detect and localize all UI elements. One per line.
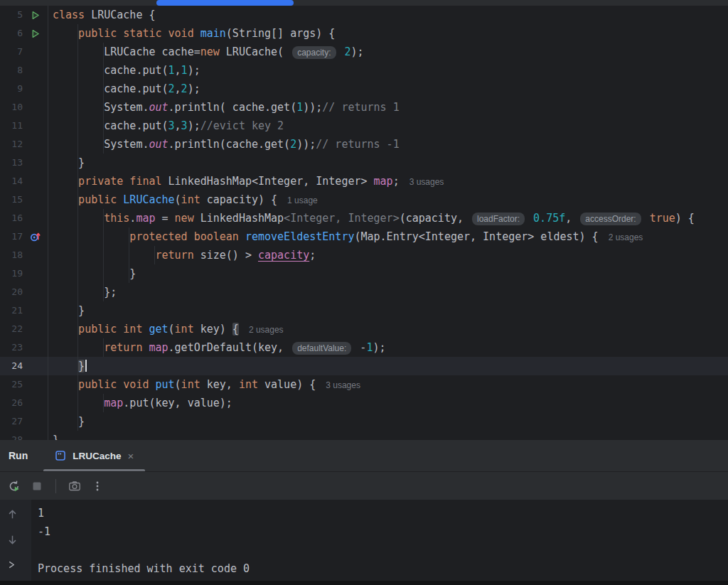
run-tab-lrucache[interactable]: LRUCache × bbox=[43, 440, 145, 471]
run-tab-icon bbox=[53, 449, 68, 463]
line-number: 26 bbox=[0, 394, 23, 412]
code-token: LRUCache( bbox=[220, 45, 290, 58]
gutter-icon-slot bbox=[23, 394, 48, 412]
code-line[interactable]: 23return map.getOrDefault(key, defaultVa… bbox=[0, 338, 728, 357]
down-arrow-icon[interactable] bbox=[6, 534, 18, 549]
code-content[interactable]: return size() > capacity; bbox=[48, 246, 316, 264]
toolbar-separator bbox=[55, 479, 56, 493]
rerun-icon[interactable] bbox=[7, 479, 21, 493]
gutter: 21 bbox=[0, 301, 48, 320]
stop-icon[interactable] bbox=[30, 479, 44, 493]
code-content[interactable]: map.put(key, value); bbox=[48, 394, 232, 412]
code-line[interactable]: 21} bbox=[0, 301, 728, 320]
code-content[interactable]: } bbox=[48, 431, 59, 440]
line-number: 21 bbox=[0, 301, 23, 320]
indent-guides bbox=[53, 264, 129, 283]
inlay-hint[interactable]: accessOrder: bbox=[580, 213, 641, 225]
gutter: 23 bbox=[0, 338, 48, 357]
code-line[interactable]: 6public static void main(String[] args) … bbox=[0, 24, 728, 43]
code-line[interactable]: 18return size() > capacity; bbox=[0, 246, 728, 264]
up-arrow-icon[interactable] bbox=[6, 508, 18, 523]
code-line[interactable]: 11cache.put(3,3);//evict key 2 bbox=[0, 117, 728, 135]
code-editor[interactable]: 5class LRUCache {6public static void mai… bbox=[0, 6, 728, 440]
console-line: -1 bbox=[31, 522, 728, 541]
line-number: 13 bbox=[0, 154, 23, 172]
code-token: 0.75f bbox=[527, 212, 565, 225]
inlay-hint[interactable]: defaultValue: bbox=[292, 342, 351, 355]
code-content[interactable]: private final LinkedHashMap<Integer, Int… bbox=[48, 172, 444, 190]
indent-guides bbox=[53, 394, 104, 412]
code-line[interactable]: 28} bbox=[0, 431, 728, 440]
code-line[interactable]: 25public void put(int key, int value) {3… bbox=[0, 375, 728, 394]
code-line[interactable]: 7LRUCache cache=new LRUCache( capacity: … bbox=[0, 43, 728, 61]
code-line[interactable]: 16this.map = new LinkedHashMap<Integer, … bbox=[0, 209, 728, 227]
code-content[interactable]: class LRUCache { bbox=[48, 6, 156, 24]
code-line[interactable]: 22public int get(int key) {2 usages bbox=[0, 320, 728, 338]
indent-guides bbox=[53, 172, 78, 190]
code-token: } bbox=[78, 156, 85, 169]
inlay-hint[interactable]: capacity: bbox=[292, 46, 336, 59]
code-line[interactable]: 26map.put(key, value); bbox=[0, 394, 728, 412]
code-token: ); bbox=[188, 64, 200, 77]
close-icon[interactable]: × bbox=[126, 451, 135, 461]
code-token: cache.put( bbox=[104, 82, 168, 95]
code-line[interactable]: 13} bbox=[0, 154, 728, 172]
line-number: 12 bbox=[0, 135, 23, 154]
code-line[interactable]: 5class LRUCache { bbox=[0, 6, 728, 24]
code-content[interactable]: } bbox=[48, 357, 87, 375]
code-line[interactable]: 15public LRUCache(int capacity) {1 usage bbox=[0, 190, 728, 209]
code-content[interactable]: public void put(int key, int value) {3 u… bbox=[48, 375, 360, 394]
gutter: 14 bbox=[0, 172, 48, 190]
code-content[interactable]: } bbox=[48, 154, 85, 172]
run-icon[interactable] bbox=[23, 24, 48, 43]
code-content[interactable]: } bbox=[48, 301, 85, 320]
code-content[interactable]: return map.getOrDefault(key, defaultValu… bbox=[48, 338, 385, 357]
code-content[interactable]: }; bbox=[48, 283, 117, 301]
code-token: , bbox=[175, 119, 181, 132]
camera-icon[interactable] bbox=[68, 479, 82, 493]
code-line[interactable]: 10System.out.println( cache.get(1));// r… bbox=[0, 98, 728, 117]
active-tab-indicator[interactable] bbox=[156, 0, 294, 6]
prompt-icon[interactable] bbox=[6, 559, 17, 573]
code-content[interactable]: } bbox=[48, 264, 136, 283]
code-content[interactable]: } bbox=[48, 412, 85, 431]
code-content[interactable]: cache.put(1,1); bbox=[48, 61, 200, 80]
code-line[interactable]: 17protected boolean removeEldestEntry(Ma… bbox=[0, 227, 728, 246]
indent-guides bbox=[53, 320, 78, 338]
override-icon[interactable] bbox=[23, 227, 48, 246]
code-line[interactable]: 9cache.put(2,2); bbox=[0, 80, 728, 98]
code-content[interactable]: public LRUCache(int capacity) {1 usage bbox=[48, 190, 318, 209]
code-token: } bbox=[78, 415, 85, 428]
run-icon[interactable] bbox=[23, 6, 48, 24]
code-token: map bbox=[149, 341, 168, 354]
code-line[interactable]: 12System.out.println(cache.get(2));// re… bbox=[0, 135, 728, 154]
code-content[interactable]: protected boolean removeEldestEntry(Map.… bbox=[48, 227, 643, 246]
code-line[interactable]: 20}; bbox=[0, 283, 728, 301]
usage-hint[interactable]: 3 usages bbox=[410, 177, 444, 187]
code-content[interactable]: public static void main(String[] args) { bbox=[48, 24, 335, 43]
usage-hint[interactable]: 2 usages bbox=[609, 232, 643, 242]
code-line[interactable]: 24} bbox=[0, 357, 728, 375]
usage-hint[interactable]: 1 usage bbox=[287, 195, 318, 205]
code-line[interactable]: 14private final LinkedHashMap<Integer, I… bbox=[0, 172, 728, 190]
code-line[interactable]: 8cache.put(1,1); bbox=[0, 61, 728, 80]
code-content[interactable]: cache.put(2,2); bbox=[48, 80, 200, 98]
code-line[interactable]: 27} bbox=[0, 412, 728, 431]
code-content[interactable]: System.out.println( cache.get(1));// ret… bbox=[48, 98, 400, 117]
code-token: 1 bbox=[168, 64, 175, 77]
inlay-hint[interactable]: loadFactor: bbox=[472, 213, 525, 225]
code-content[interactable]: public int get(int key) {2 usages bbox=[48, 320, 284, 338]
usage-hint[interactable]: 2 usages bbox=[249, 325, 284, 335]
code-content[interactable]: cache.put(3,3);//evict key 2 bbox=[48, 117, 284, 135]
indent-guides bbox=[53, 209, 104, 227]
code-token: 2 bbox=[338, 45, 351, 58]
more-icon[interactable] bbox=[90, 479, 105, 493]
code-content[interactable]: LRUCache cache=new LRUCache( capacity: 2… bbox=[48, 43, 364, 61]
code-content[interactable]: System.out.println(cache.get(2));// retu… bbox=[48, 135, 400, 154]
code-token: out bbox=[149, 101, 168, 114]
code-line[interactable]: 19} bbox=[0, 264, 728, 283]
code-token: (String[] args) { bbox=[226, 27, 336, 40]
line-number: 25 bbox=[0, 375, 23, 394]
usage-hint[interactable]: 3 usages bbox=[326, 380, 360, 390]
code-content[interactable]: this.map = new LinkedHashMap<Integer, In… bbox=[48, 209, 695, 227]
